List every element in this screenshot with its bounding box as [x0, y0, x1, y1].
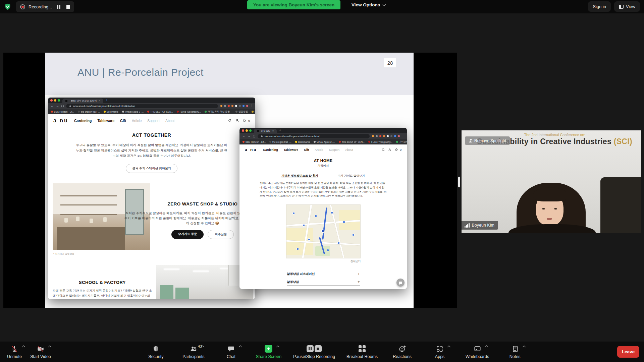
pickup-request-button[interactable]: 회수신청: [208, 230, 234, 239]
close-tab-icon[interactable]: ×: [99, 99, 101, 102]
bookmark-item[interactable]: BBC Horizon - Lif...: [243, 141, 266, 143]
browser2-tab[interactable]: 아누 anu×: [254, 129, 277, 133]
bookmark-item[interactable]: Bookmarks: [295, 141, 310, 143]
nav-gift[interactable]: Gift: [304, 148, 309, 152]
audio-options-chevron[interactable]: [22, 346, 25, 349]
back-icon[interactable]: ←: [242, 135, 245, 138]
menu-kebab-icon[interactable]: ⋮: [250, 105, 253, 107]
stop-recording-icon[interactable]: [315, 345, 322, 352]
nav-article[interactable]: Article: [315, 148, 323, 152]
new-tab-button[interactable]: +: [279, 129, 281, 132]
extensions-row[interactable]: ⋮: [220, 105, 253, 107]
cart-icon[interactable]: [394, 148, 398, 152]
leave-button[interactable]: Leave: [617, 346, 639, 358]
bookmark-item[interactable]: I Love Typography...: [368, 141, 392, 143]
address-input[interactable]: anu-seoul.com/board/reporcelain/athome.h…: [258, 134, 370, 138]
participants-button[interactable]: 43 Participants: [180, 342, 207, 362]
forward-icon[interactable]: →: [56, 105, 59, 108]
stop-recording-icon[interactable]: [66, 5, 70, 9]
map-marker-selected[interactable]: [321, 230, 324, 233]
nav-gift[interactable]: Gift: [120, 119, 126, 123]
tab-pickup-guide[interactable]: 수거 가이드 알아보기: [337, 174, 365, 178]
bookmark-item[interactable]: I Love Typography...: [177, 111, 201, 113]
bookmark-item[interactable]: BBC Horizon - Lif...: [51, 111, 74, 113]
site-chat-widget-button[interactable]: [396, 279, 405, 287]
find-station-button[interactable]: 근처 수거 스테이션 찾아보기: [126, 164, 177, 173]
map-marker[interactable]: [308, 238, 310, 241]
new-tab-button[interactable]: +: [106, 99, 108, 102]
notes-button[interactable]: Notes: [502, 342, 528, 362]
nav-article[interactable]: Article: [132, 119, 142, 123]
whiteboards-button[interactable]: Whiteboards: [464, 342, 490, 362]
panel-resize-handle[interactable]: [458, 177, 460, 187]
bookmark-item[interactable]: the oregon trail -...: [78, 111, 100, 113]
bookmark-item[interactable]: the oregon trail -...: [269, 141, 291, 143]
map-marker[interactable]: [343, 221, 345, 223]
extensions-row[interactable]: ⋮: [372, 135, 404, 137]
address-input[interactable]: anu-seoul.com/board/reporcelain/about.ht…: [66, 104, 218, 108]
view-layout-button[interactable]: View: [614, 1, 640, 12]
reactions-button[interactable]: Reactions: [389, 342, 415, 362]
map-marker[interactable]: [297, 248, 299, 250]
bookmark-item[interactable]: Bookmarks: [104, 111, 118, 113]
unmute-button[interactable]: Unmute: [1, 342, 28, 362]
view-all-link[interactable]: 전체보기: [286, 260, 361, 263]
accordion-store[interactable]: 알맹상점 +: [287, 278, 360, 286]
share-screen-button[interactable]: Share Screen: [256, 342, 282, 362]
menu-kebab-icon[interactable]: ⋮: [401, 135, 404, 137]
site-logo[interactable]: a nu: [53, 118, 68, 124]
refresh-icon[interactable]: [61, 105, 64, 107]
map-marker[interactable]: [292, 212, 295, 215]
bookmark-item[interactable]: 가이보드의 혁신 풍동...: [396, 140, 407, 143]
chat-button[interactable]: Chat: [218, 342, 244, 362]
nav-about[interactable]: About: [165, 119, 174, 123]
bookmark-item[interactable]: Virtual Apple 2 -...: [314, 141, 335, 143]
map-marker[interactable]: [352, 234, 355, 236]
chat-chevron[interactable]: [238, 346, 242, 349]
bookmark-item[interactable]: 설문영업: [235, 110, 248, 113]
cart-icon[interactable]: [242, 119, 247, 123]
map-marker[interactable]: [327, 249, 329, 251]
nav-about[interactable]: About: [345, 148, 353, 152]
nav-support[interactable]: Support: [147, 119, 160, 123]
bookmark-item[interactable]: 가이보드의 혁신 풍동...: [205, 110, 232, 113]
bookmark-item[interactable]: THE BEST OF SEN...: [147, 111, 173, 113]
remove-spotlight-button[interactable]: Remove Spotlight: [465, 136, 510, 145]
site-logo[interactable]: a nu: [245, 147, 257, 152]
notes-chevron[interactable]: [523, 346, 526, 349]
whiteboards-chevron[interactable]: [485, 346, 488, 349]
map-marker[interactable]: [303, 224, 305, 227]
view-options-menu[interactable]: View Options: [352, 0, 385, 10]
apps-chevron[interactable]: [447, 346, 451, 349]
order-kit-button[interactable]: 수거키트 주문: [171, 230, 204, 239]
browser1-tab[interactable]: - anu | 아누 온라인 스토어×: [62, 99, 103, 103]
map-marker[interactable]: [337, 242, 340, 244]
nav-tableware[interactable]: Tableware: [284, 148, 298, 152]
video-options-chevron[interactable]: [48, 346, 52, 349]
search-icon[interactable]: [228, 119, 232, 123]
apps-button[interactable]: Apps: [427, 342, 453, 362]
start-video-button[interactable]: Start Video: [28, 342, 54, 362]
refresh-icon[interactable]: [253, 135, 255, 137]
breakout-rooms-button[interactable]: Breakout Rooms: [346, 342, 378, 362]
traffic-lights[interactable]: [242, 129, 252, 132]
close-tab-icon[interactable]: ×: [272, 129, 274, 132]
share-options-chevron[interactable]: [276, 346, 279, 349]
bookmark-item[interactable]: IoT: [252, 111, 255, 113]
bookmark-item[interactable]: THE BEST OF SEN...: [339, 141, 365, 143]
sign-in-button[interactable]: Sign in: [588, 1, 611, 12]
security-button[interactable]: Security: [143, 342, 169, 362]
station-map[interactable]: [286, 204, 361, 258]
map-marker[interactable]: [331, 212, 333, 214]
map-marker[interactable]: [315, 215, 317, 217]
tab-find-shop[interactable]: 가까운 제로웨이스트 샵 찾기: [281, 174, 318, 178]
pause-recording-icon[interactable]: [307, 345, 314, 352]
pause-recording-icon[interactable]: [57, 5, 60, 9]
bookmark-item[interactable]: Virtual Apple 2 -...: [122, 111, 144, 113]
traffic-lights[interactable]: [50, 99, 60, 102]
nav-gardening[interactable]: Gardening: [263, 148, 278, 152]
nav-gardening[interactable]: Gardening: [74, 119, 92, 123]
accordion-restation[interactable]: 알맹상점 리스테이션 +: [287, 270, 360, 278]
nav-support[interactable]: Support: [329, 148, 340, 152]
back-icon[interactable]: ←: [51, 105, 54, 108]
